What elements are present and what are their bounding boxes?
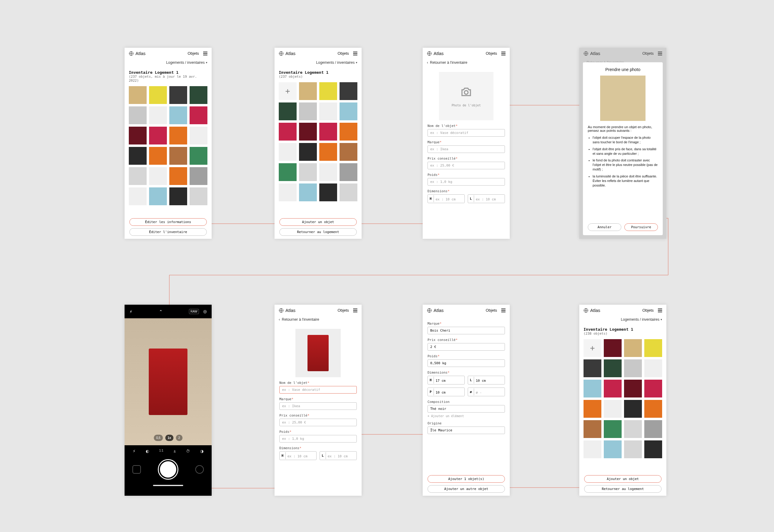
thumb[interactable] [169,106,187,124]
thumb[interactable] [299,102,317,120]
thumb[interactable] [644,400,662,418]
thumb[interactable] [299,123,317,141]
nav-objets[interactable]: Objets [337,308,349,313]
thumb[interactable] [129,86,147,104]
thumb[interactable] [169,86,187,104]
name-input[interactable] [428,129,505,137]
thumb[interactable] [129,106,147,124]
price-input[interactable] [428,162,505,169]
thumb[interactable] [340,163,357,181]
back-link[interactable]: ‹Retourner à l'inventaire [275,316,362,324]
thumb[interactable] [604,380,622,397]
thumb[interactable] [149,147,167,165]
thumb[interactable] [299,143,317,161]
thumb[interactable] [340,82,357,100]
add-element-link[interactable]: + Ajouter un élément [428,414,505,418]
flash-icon[interactable]: ⚡︎ [129,309,132,314]
thumb[interactable] [129,127,147,144]
thumb[interactable] [149,127,167,144]
thumb[interactable] [604,339,622,357]
thumb[interactable] [319,143,337,161]
thumb[interactable] [190,187,207,205]
price-input[interactable] [428,343,505,351]
thumb[interactable] [624,339,642,357]
dim-h-input[interactable] [286,453,316,460]
menu-icon[interactable] [353,52,357,55]
breadcrumb[interactable]: Logements / inventaires▾ [579,316,666,323]
thumb[interactable] [190,147,207,165]
thumb[interactable] [149,187,167,205]
dim-l-input[interactable] [474,196,505,203]
thumb[interactable] [169,187,187,205]
return-home-button[interactable]: Retourner au logement [584,485,662,493]
zoom-0-5[interactable]: 0,5 [154,435,163,441]
nav-objets[interactable]: Objets [337,51,349,56]
back-link[interactable]: ‹Retourner à l'inventaire [423,59,510,67]
night-icon[interactable]: ◐ [146,449,149,453]
thumb[interactable] [624,380,642,397]
chevron-up-icon[interactable]: ⌃ [159,309,163,314]
thumb[interactable] [644,359,662,377]
weight-input[interactable] [279,435,357,443]
thumb[interactable] [299,183,317,201]
brand-input[interactable] [428,327,505,334]
dim-h-input[interactable] [434,196,464,203]
brand-input[interactable] [279,402,357,410]
thumb[interactable] [340,183,357,201]
dim-h-input[interactable] [434,377,464,384]
breadcrumb[interactable]: Logements / inventaires▾ [275,59,362,67]
zoom-2[interactable]: 2 [176,435,183,441]
nav-objets[interactable]: Objets [486,51,497,56]
photo-placeholder[interactable]: Photo de l'objet [439,72,493,120]
thumb[interactable] [279,183,297,201]
thumb[interactable] [319,183,337,201]
raw-badge[interactable]: RAW [189,309,199,314]
breadcrumb[interactable]: Logements / inventaires▾ [125,59,212,67]
thumb[interactable] [169,147,187,165]
thumb[interactable] [604,420,622,438]
add-another-object-button[interactable]: Ajouter un autre objet [428,485,505,493]
edit-info-button[interactable]: Éditer les informations [129,218,207,226]
thumb[interactable] [584,420,601,438]
thumb[interactable] [644,440,662,458]
origin-input[interactable] [428,427,505,434]
thumb[interactable] [319,163,337,181]
thumb[interactable] [279,123,297,141]
gallery-thumbnail[interactable] [132,465,141,474]
photo-preview[interactable] [295,329,341,377]
filter-icon[interactable]: ◑ [200,449,203,453]
cancel-button[interactable]: Annuler [588,223,621,231]
thumb[interactable] [169,127,187,144]
flash-toggle-icon[interactable]: ⚡︎ [133,449,135,453]
thumb[interactable] [279,143,297,161]
add-object-button[interactable]: Ajouter un objet [584,475,662,483]
thumb[interactable] [340,143,357,161]
thumb[interactable] [604,359,622,377]
nav-objets[interactable]: Objets [187,51,199,56]
add-thumb-button[interactable]: + [279,82,297,100]
name-input[interactable] [279,386,357,394]
thumb[interactable] [190,86,207,104]
add-thumb-button[interactable]: + [584,339,601,357]
thumb[interactable] [299,163,317,181]
thumb[interactable] [604,440,622,458]
live-icon[interactable]: ◎ [203,309,207,314]
exposure-icon[interactable]: ± [174,449,176,453]
price-input[interactable] [279,419,357,426]
thumb[interactable] [279,102,297,120]
nav-objets[interactable]: Objets [486,308,497,313]
dim-diam-input[interactable] [474,389,505,396]
thumb[interactable] [644,339,662,357]
composition-input[interactable] [428,405,505,413]
menu-icon[interactable] [501,52,506,55]
thumb[interactable] [129,147,147,165]
thumb[interactable] [584,440,601,458]
return-home-button[interactable]: Retourner au logement [279,228,357,236]
thumb[interactable] [624,400,642,418]
thumb[interactable] [129,167,147,185]
add-object-button[interactable]: Ajouter un objet [279,218,357,226]
thumb[interactable] [149,167,167,185]
thumb[interactable] [190,167,207,185]
thumb[interactable] [624,420,642,438]
weight-input[interactable] [428,178,505,186]
